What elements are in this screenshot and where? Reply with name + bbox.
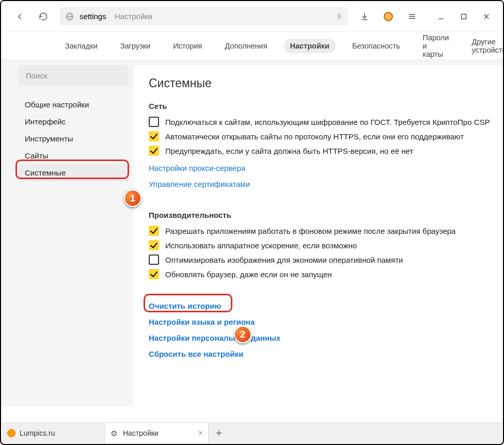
checkbox-label: Оптимизировать изображения для экономии …	[165, 256, 403, 264]
sidebar-item-tools[interactable]: Инструменты	[19, 130, 128, 147]
page-title: Системные	[149, 76, 503, 90]
nav-security[interactable]: Безопасность	[346, 39, 406, 53]
nav-downloads[interactable]: Загрузки	[114, 39, 156, 53]
checkbox-icon	[149, 146, 159, 156]
link-proxy-settings[interactable]: Настройки прокси-сервера	[149, 164, 245, 172]
tab-strip: Lumpics.ru ⚙ Настройки × +	[2, 422, 502, 443]
tab-favicon-icon	[7, 429, 15, 437]
checkbox-gost[interactable]: Подключаться к сайтам, использующим шифр…	[149, 117, 503, 127]
tab-lumpics[interactable]: Lumpics.ru	[2, 423, 105, 443]
svg-rect-8	[462, 14, 466, 19]
annotation-marker-1: 1	[124, 189, 141, 207]
checkbox-label: Автоматически открывать сайты по протоко…	[165, 132, 464, 141]
annotation-marker-2: 2	[234, 326, 251, 343]
nav-passwords[interactable]: Пароли и карты	[417, 30, 455, 61]
nav-history[interactable]: История	[167, 39, 208, 53]
checkbox-label: Использовать аппаратное ускорение, если …	[165, 241, 357, 250]
address-path: Настройки	[115, 12, 153, 21]
reload-button[interactable]	[33, 6, 54, 27]
address-bar[interactable]: settings Настройки	[60, 7, 348, 26]
window-close-button[interactable]	[475, 6, 498, 27]
sidebar-item-system[interactable]: Системные	[19, 164, 128, 181]
checkbox-label: Разрешать приложениям работать в фоновом…	[165, 227, 455, 235]
sidebar-item-interface[interactable]: Интерфейс	[19, 113, 128, 130]
profile-button[interactable]	[378, 6, 399, 27]
sidebar-search[interactable]	[19, 65, 128, 86]
menu-button[interactable]	[402, 6, 422, 27]
checkbox-update-browser[interactable]: Обновлять браузер, даже если он не запущ…	[149, 269, 503, 279]
link-personal-data[interactable]: Настройки персональных данных	[149, 333, 280, 342]
link-clear-history[interactable]: Очистить историю	[149, 301, 221, 310]
checkbox-label: Обновлять браузер, даже если он не запущ…	[165, 270, 332, 279]
section-network-title: Сеть	[149, 102, 503, 110]
sidebar-item-general[interactable]: Общие настройки	[19, 96, 128, 113]
settings-content: Системные Сеть Подключаться к сайтам, ис…	[133, 65, 503, 407]
window-minimize-button[interactable]	[430, 6, 452, 27]
settings-sidebar: Общие настройки Интерфейс Инструменты Са…	[19, 65, 128, 407]
checkbox-icon	[149, 255, 159, 265]
section-performance-title: Производительность	[149, 211, 503, 219]
checkbox-optimize-images[interactable]: Оптимизировать изображения для экономии …	[149, 255, 503, 265]
checkbox-auto-https[interactable]: Автоматически открывать сайты по протоко…	[149, 131, 503, 141]
tab-settings[interactable]: ⚙ Настройки ×	[105, 423, 209, 443]
checkbox-icon	[149, 269, 159, 279]
checkbox-icon	[149, 117, 159, 127]
tab-title: Настройки	[123, 429, 159, 437]
checkbox-background-apps[interactable]: Разрешать приложениям работать в фоновом…	[149, 226, 503, 236]
nav-devices[interactable]: Другие устройства	[465, 35, 504, 57]
sidebar-search-input[interactable]	[19, 65, 128, 86]
settings-nav: Закладки Загрузки История Дополнения Нас…	[1, 32, 503, 60]
checkbox-hw-accel[interactable]: Использовать аппаратное ускорение, если …	[149, 240, 503, 250]
checkbox-warn-https[interactable]: Предупреждать, если у сайта должна быть …	[149, 146, 503, 156]
checkbox-icon	[149, 240, 159, 250]
link-language-region[interactable]: Настройки языка и региона	[149, 317, 255, 326]
nav-bookmarks[interactable]: Закладки	[59, 39, 104, 53]
nav-settings[interactable]: Настройки	[284, 39, 336, 53]
site-icon	[65, 12, 74, 21]
back-button[interactable]	[9, 6, 30, 27]
profile-avatar-icon	[384, 12, 393, 21]
new-tab-button[interactable]: +	[209, 423, 229, 443]
gear-icon: ⚙	[111, 429, 119, 437]
checkbox-icon	[149, 131, 159, 141]
sidebar-item-sites[interactable]: Сайты	[19, 147, 128, 164]
checkbox-label: Подключаться к сайтам, использующим шифр…	[165, 118, 490, 126]
nav-addons[interactable]: Дополнения	[218, 39, 273, 53]
checkbox-icon	[149, 226, 159, 236]
downloads-button[interactable]	[354, 6, 375, 27]
checkbox-label: Предупреждать, если у сайта должна быть …	[165, 147, 413, 155]
browser-toolbar: settings Настройки	[1, 1, 503, 32]
link-reset-settings[interactable]: Сбросить все настройки	[149, 349, 243, 358]
window-controls	[430, 6, 498, 27]
tab-title: Lumpics.ru	[20, 429, 55, 437]
bookmark-icon[interactable]	[336, 13, 343, 20]
address-host: settings	[80, 12, 106, 21]
window-maximize-button[interactable]	[452, 6, 475, 27]
tab-close-icon[interactable]: ×	[198, 429, 203, 437]
link-certificates[interactable]: Управление сертификатами	[149, 180, 250, 188]
